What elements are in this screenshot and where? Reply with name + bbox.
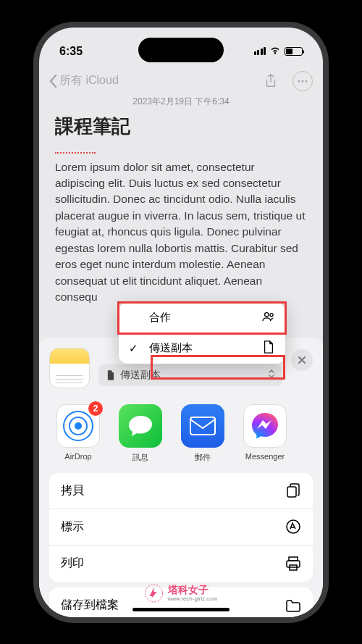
dropdown-label: 傳送副本	[149, 341, 193, 355]
actions-group-1: 拷貝 標示 列印	[49, 473, 313, 582]
svg-rect-9	[287, 561, 300, 567]
more-icon[interactable]	[292, 71, 313, 91]
airdrop-badge: 2	[88, 401, 103, 416]
action-print[interactable]: 列印	[49, 545, 313, 582]
battery-icon	[285, 47, 303, 56]
share-apps-row[interactable]: 2 AirDrop 訊息 郵件 Messenger	[49, 400, 313, 473]
app-messages[interactable]: 訊息	[114, 404, 167, 463]
folder-icon	[285, 598, 301, 614]
dropdown-item-collaborate[interactable]: 合作	[119, 303, 285, 333]
screen: 6:35 所有 iCloud 2023年2月19日 下午6:34 課程筆記 Lo…	[39, 28, 323, 617]
close-button[interactable]	[291, 349, 313, 371]
svg-point-1	[302, 80, 304, 82]
action-markup[interactable]: 標示	[49, 509, 313, 545]
watermark: 塔科女子www.tech-girlz.com	[145, 584, 218, 603]
svg-point-0	[298, 80, 300, 82]
status-time: 6:35	[59, 45, 83, 58]
note-title[interactable]: 課程筆記	[39, 114, 323, 143]
app-airdrop[interactable]: 2 AirDrop	[52, 404, 104, 463]
action-copy[interactable]: 拷貝	[49, 473, 313, 509]
app-mail[interactable]: 郵件	[177, 404, 229, 463]
back-label: 所有 iCloud	[59, 73, 119, 88]
watermark-icon	[145, 584, 164, 603]
app-messenger[interactable]: Messenger	[239, 404, 291, 463]
spelling-underline	[39, 143, 323, 156]
airdrop-icon	[63, 411, 93, 441]
note-body[interactable]: Lorem ipsum dolor sit amet, consectetur …	[39, 156, 323, 306]
share-sheet: 傳送副本 2 AirDrop 訊息 郵件 Messenger 拷貝 標示	[39, 338, 323, 617]
svg-point-4	[270, 313, 273, 316]
back-button[interactable]: 所有 iCloud	[49, 73, 119, 88]
signal-icon	[254, 47, 266, 55]
home-indicator[interactable]	[132, 608, 230, 611]
share-mode-dropdown: 合作 ✓傳送副本	[119, 303, 285, 364]
mail-icon	[189, 416, 216, 436]
nav-bar: 所有 iCloud	[39, 67, 323, 96]
messenger-icon	[250, 411, 280, 441]
people-icon	[262, 310, 275, 325]
svg-rect-6	[287, 487, 296, 497]
check-icon: ✓	[129, 342, 140, 355]
notes-app-icon	[49, 348, 90, 388]
document-icon	[106, 370, 116, 380]
wifi-icon	[269, 45, 281, 58]
svg-point-7	[287, 520, 300, 533]
status-icons	[254, 45, 303, 58]
dropdown-item-sendcopy[interactable]: ✓傳送副本	[119, 333, 285, 364]
share-icon[interactable]	[261, 71, 281, 91]
markup-icon	[285, 519, 301, 535]
svg-point-3	[265, 312, 269, 316]
copy-icon	[285, 482, 301, 498]
mode-label: 傳送副本	[120, 369, 264, 382]
svg-point-2	[306, 80, 308, 82]
mode-selector[interactable]: 傳送副本	[98, 364, 282, 386]
note-timestamp: 2023年2月19日 下午6:34	[39, 96, 323, 108]
messages-icon	[127, 414, 153, 438]
document-icon	[262, 340, 275, 356]
phone-frame: 6:35 所有 iCloud 2023年2月19日 下午6:34 課程筆記 Lo…	[33, 22, 329, 623]
svg-rect-5	[190, 417, 215, 435]
print-icon	[285, 556, 301, 572]
dropdown-label: 合作	[149, 311, 171, 325]
dynamic-island	[138, 38, 224, 62]
chevron-updown-icon	[268, 369, 275, 381]
